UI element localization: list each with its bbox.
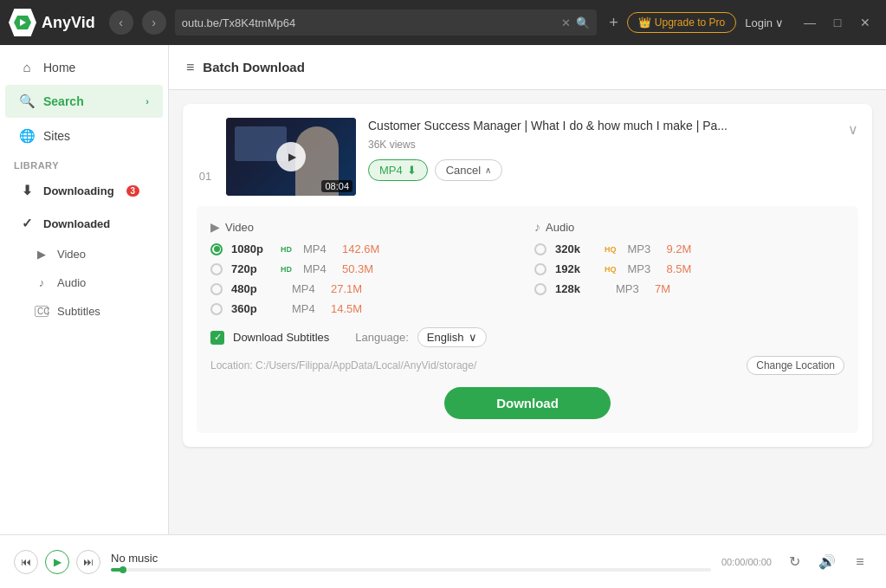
radio-192k[interactable]: [534, 263, 546, 275]
sidebar-item-downloaded[interactable]: ✓ Downloaded: [5, 208, 163, 239]
downloading-icon: ⬇: [19, 183, 35, 198]
logo-area: AnyVid: [9, 9, 95, 36]
back-button[interactable]: ‹: [109, 10, 133, 35]
sidebar-item-home[interactable]: ⌂ Home: [5, 51, 163, 83]
upgrade-button[interactable]: 👑 Upgrade to Pro: [627, 12, 736, 33]
login-label: Login: [745, 16, 773, 29]
sidebar-item-audio[interactable]: ♪ Audio: [5, 269, 163, 296]
size-720p: 50.3M: [342, 262, 373, 275]
next-button[interactable]: ⏭: [76, 550, 100, 574]
subtitle-checkbox[interactable]: ✓: [210, 331, 224, 345]
address-text: outu.be/Tx8K4tmMp64: [182, 16, 557, 29]
size-1080p: 142.6M: [342, 242, 379, 255]
format-row-320k: 320k HQ MP3 9.2M: [534, 242, 844, 255]
sidebar-item-downloading-label: Downloading: [43, 184, 114, 197]
size-128k: 7M: [655, 282, 670, 295]
page-title: Batch Download: [203, 60, 305, 74]
radio-720p[interactable]: [210, 263, 223, 275]
sidebar-item-sites[interactable]: 🌐 Sites: [5, 120, 163, 152]
minimize-button[interactable]: —: [798, 10, 822, 35]
video-section-label: Video: [225, 221, 254, 234]
cancel-button[interactable]: Cancel ∧: [435, 159, 502, 181]
res-720p: 720p: [231, 262, 275, 275]
sidebar-item-home-label: Home: [43, 61, 75, 74]
sidebar-item-video[interactable]: ▶ Video: [5, 241, 163, 268]
format-label: MP4: [379, 164, 403, 177]
volume-button[interactable]: 🔊: [815, 550, 839, 574]
radio-360p[interactable]: [210, 303, 223, 315]
radio-320k[interactable]: [534, 243, 546, 255]
res-128k: 128k: [555, 282, 598, 295]
format-row-128k: 128k MP3 7M: [534, 282, 844, 295]
radio-128k[interactable]: [534, 283, 546, 295]
format-panel: ▶ Video 1080p HD MP4 142.6M: [197, 206, 858, 433]
prev-button[interactable]: ⏮: [14, 550, 38, 574]
location-path-value: C:/Users/Filippa/AppData/Local/AnyVid/st…: [255, 359, 476, 372]
res-360p: 360p: [231, 302, 275, 315]
change-location-button[interactable]: Change Location: [747, 356, 844, 375]
size-360p: 14.5M: [331, 302, 362, 315]
language-select[interactable]: English ∨: [417, 327, 488, 347]
player-track-title: No music: [111, 552, 711, 565]
duration-badge: 08:04: [321, 180, 352, 192]
sidebar-item-search[interactable]: 🔍 Search ›: [5, 85, 163, 118]
video-views: 36K views: [368, 139, 836, 151]
play-pause-button[interactable]: ▶: [45, 550, 69, 574]
logo-icon: [9, 9, 36, 36]
player-controls: ⏮ ▶ ⏭: [14, 550, 100, 574]
downloading-badge: 3: [126, 185, 140, 197]
page-header: ≡ Batch Download: [169, 45, 886, 90]
batch-download-icon: ≡: [186, 60, 194, 75]
new-tab-button[interactable]: +: [609, 14, 618, 32]
sidebar-item-downloading[interactable]: ⬇ Downloading 3: [5, 175, 163, 206]
download-button[interactable]: Download: [444, 387, 611, 419]
format-mp4-1080p: MP4: [303, 242, 333, 255]
maximize-button[interactable]: □: [825, 10, 850, 35]
sidebar-item-subtitles[interactable]: CC Subtitles: [5, 298, 163, 325]
upgrade-label: Upgrade to Pro: [655, 16, 725, 29]
format-sections: ▶ Video 1080p HD MP4 142.6M: [210, 220, 844, 315]
format-select-button[interactable]: MP4 ⬇: [368, 159, 428, 181]
close-button[interactable]: ✕: [853, 10, 877, 35]
hq-badge-128k: [602, 288, 607, 290]
format-mp3-192k: MP3: [628, 262, 658, 275]
sidebar-item-video-label: Video: [57, 248, 86, 261]
audio-icon: ♪: [35, 276, 49, 289]
playlist-button[interactable]: ≡: [848, 550, 872, 574]
downloaded-icon: ✓: [19, 216, 35, 231]
format-row-720p: 720p HD MP4 50.3M: [210, 262, 521, 275]
search-arrow-icon: ›: [146, 96, 149, 107]
close-tab-icon[interactable]: ✕: [561, 16, 571, 29]
repeat-button[interactable]: ↻: [782, 550, 806, 574]
address-search-icon[interactable]: 🔍: [576, 16, 590, 29]
video-section-icon: ▶: [210, 220, 220, 234]
location-path: Location: C:/Users/Filippa/AppData/Local…: [210, 359, 738, 372]
format-row-192k: 192k HQ MP3 8.5M: [534, 262, 844, 275]
address-bar: outu.be/Tx8K4tmMp64 ✕ 🔍: [175, 10, 598, 36]
audio-section-icon: ♪: [534, 220, 540, 234]
forward-button[interactable]: ›: [142, 10, 166, 35]
play-button[interactable]: [276, 142, 306, 171]
subtitle-label: Download Subtitles: [233, 331, 329, 344]
language-value: English: [427, 331, 464, 344]
video-info: Customer Success Manager | What I do & h…: [368, 118, 836, 181]
size-480p: 27.1M: [331, 282, 362, 295]
location-label-text: Location:: [210, 359, 255, 372]
video-dropdown-icon[interactable]: ∨: [848, 118, 858, 138]
radio-480p[interactable]: [210, 283, 223, 295]
player-right-controls: ↻ 🔊 ≡: [782, 550, 872, 574]
progress-bar[interactable]: [111, 568, 711, 572]
video-thumbnail[interactable]: 08:04: [226, 118, 356, 196]
format-mp4-480p: MP4: [292, 282, 322, 295]
hq-badge-192k: HQ: [602, 264, 619, 275]
audio-format-rows: 320k HQ MP3 9.2M 192k HQ: [534, 242, 844, 295]
format-mp3-320k: MP3: [628, 242, 658, 255]
login-button[interactable]: Login ∨: [745, 16, 784, 29]
bottom-player: ⏮ ▶ ⏭ No music 00:00/00:00 ↻ 🔊 ≡: [0, 534, 886, 588]
main-layout: ⌂ Home 🔍 Search › 🌐 Sites Library ⬇ Down…: [0, 45, 886, 534]
radio-1080p[interactable]: [210, 243, 223, 255]
video-top: 01 08:04 Customer Success Manager | What…: [197, 118, 858, 196]
topbar: AnyVid ‹ › outu.be/Tx8K4tmMp64 ✕ 🔍 + 👑 U…: [0, 0, 886, 45]
format-mp4-720p: MP4: [303, 262, 333, 275]
size-320k: 9.2M: [667, 242, 692, 255]
